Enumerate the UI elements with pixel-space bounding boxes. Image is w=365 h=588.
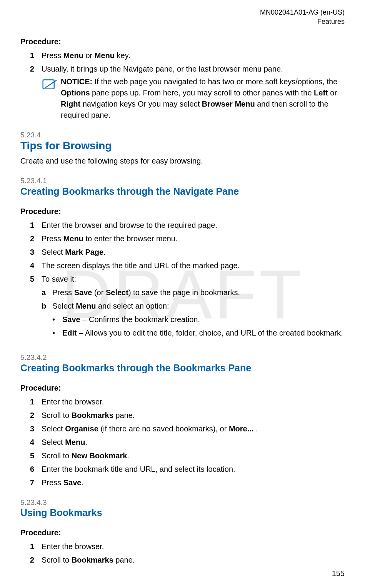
section-title: Creating Bookmarks through the Bookmarks…	[20, 362, 345, 374]
top-step-item: 1Press Menu or Menu key.	[30, 50, 345, 61]
step-body: Scroll to Bookmarks pane.	[42, 410, 345, 421]
step-body: Enter the browser.	[42, 396, 345, 408]
step-body: Press Menu to enter the browser menu.	[42, 233, 345, 244]
procedure-steps: 1Enter the browser.2Scroll to Bookmarks …	[30, 396, 345, 488]
step-body: Select Mark Page.	[42, 247, 345, 258]
notice-text: NOTICE: If the web page you navigated to…	[61, 76, 345, 121]
svg-line-1	[46, 80, 56, 87]
page-content: MN002041A01-AG (en-US) Features Procedur…	[20, 8, 345, 566]
substep-item: bSelect Menu and select an option:•Save …	[42, 301, 345, 341]
step-body: The screen displays the title and URL of…	[42, 260, 345, 271]
step-item: 5To save it:aPress Save (or Select) to s…	[30, 274, 345, 343]
step-body: Usually, it brings up the Navigate pane,…	[42, 63, 345, 121]
bullet-dot: •	[52, 314, 62, 325]
step-number: 2	[30, 410, 42, 421]
step-item: 3Select Mark Page.	[30, 247, 345, 258]
bullet-item: •Save – Confirms the bookmark creation.	[52, 314, 343, 325]
step-body: Enter the browser.	[42, 541, 345, 552]
procedure-label: Procedure:	[20, 528, 345, 537]
step-number: 2	[30, 555, 42, 566]
step-number: 2	[30, 233, 42, 244]
procedure-steps: 1Press Menu or Menu key.2Usually, it bri…	[30, 50, 345, 121]
substep-text: Select Menu and select an option:	[52, 301, 343, 312]
step-item: 6Enter the bookmark title and URL, and s…	[30, 464, 345, 475]
step-number: 2	[30, 63, 42, 75]
step-text: To save it:	[42, 274, 345, 285]
step-body: Select Menu.	[42, 437, 345, 448]
document-page: DRAFT MN002041A01-AG (en-US) Features Pr…	[0, 0, 365, 588]
step-text: Scroll to Bookmarks pane.	[42, 410, 345, 421]
section-title: Creating Bookmarks through the Navigate …	[20, 185, 345, 197]
doc-id: MN002041A01-AG (en-US)	[20, 8, 345, 17]
step-item: 2Scroll to Bookmarks pane.	[30, 555, 345, 566]
section-number: 5.23.4.1	[20, 177, 345, 185]
step-number: 5	[30, 450, 42, 461]
step-number: 1	[30, 50, 42, 61]
step-body: Enter the browser and browse to the requ…	[42, 220, 345, 231]
chapter-name: Features	[20, 17, 345, 26]
bullet-list: •Save – Confirms the bookmark creation.•…	[52, 314, 343, 339]
step-body: Select Organise (if there are no saved b…	[42, 423, 345, 434]
step-item: 1Enter the browser.	[30, 541, 345, 552]
step-number: 4	[30, 437, 42, 448]
bullet-item: •Edit – Allows you to edit the title, fo…	[52, 327, 343, 339]
step-number: 1	[30, 220, 42, 231]
step-item: 5Scroll to New Bookmark.	[30, 450, 345, 461]
top-step-item: 2Usually, it brings up the Navigate pane…	[30, 63, 345, 121]
procedure-label: Procedure:	[20, 384, 345, 393]
step-text: Select Menu.	[42, 437, 345, 448]
step-text: Select Organise (if there are no saved b…	[42, 423, 345, 434]
step-text: Scroll to New Bookmark.	[42, 450, 345, 461]
sections-container: 5.23.4Tips for BrowsingCreate and use th…	[20, 131, 345, 566]
step-text: Enter the browser.	[42, 396, 345, 408]
section-description: Create and use the following steps for e…	[20, 155, 345, 167]
step-number: 1	[30, 396, 42, 408]
svg-rect-0	[43, 80, 54, 89]
substep-list: aPress Save (or Select) to save the page…	[42, 287, 345, 341]
step-text: Press Menu or Menu key.	[42, 50, 345, 61]
step-number: 6	[30, 464, 42, 475]
step-body: Press Save.	[42, 477, 345, 488]
step-text: Scroll to Bookmarks pane.	[42, 555, 345, 566]
section-title: Tips for Browsing	[20, 139, 345, 152]
procedure-label: Procedure:	[20, 37, 345, 46]
substep-item: aPress Save (or Select) to save the page…	[42, 287, 345, 298]
bullet-text: Edit – Allows you to edit the title, fol…	[62, 327, 343, 339]
bullet-text: Save – Confirms the bookmark creation.	[62, 314, 200, 325]
step-item: 4Select Menu.	[30, 437, 345, 448]
step-body: To save it:aPress Save (or Select) to sa…	[42, 274, 345, 343]
step-number: 3	[30, 247, 42, 258]
step-body: Scroll to New Bookmark.	[42, 450, 345, 461]
section-number: 5.23.4.3	[20, 498, 345, 507]
step-body: Scroll to Bookmarks pane.	[42, 555, 345, 566]
section-title: Using Bookmarks	[20, 507, 345, 518]
step-item: 2Scroll to Bookmarks pane.	[30, 410, 345, 421]
step-body: Enter the bookmark title and URL, and se…	[42, 464, 345, 475]
step-item: 4The screen displays the title and URL o…	[30, 260, 345, 271]
step-text: Select Mark Page.	[42, 247, 345, 258]
page-number: 155	[332, 569, 345, 578]
header-meta: MN002041A01-AG (en-US) Features	[20, 8, 345, 27]
step-item: 2Press Menu to enter the browser menu.	[30, 233, 345, 244]
step-item: 7Press Save.	[30, 477, 345, 488]
step-number: 5	[30, 274, 42, 285]
substep-body: Press Save (or Select) to save the page …	[52, 287, 240, 298]
step-number: 7	[30, 477, 42, 488]
procedure-steps: 1Enter the browser.2Scroll to Bookmarks …	[30, 541, 345, 566]
notice-block: NOTICE: If the web page you navigated to…	[42, 76, 345, 121]
step-item: 1Enter the browser.	[30, 396, 345, 408]
step-text: Press Save.	[42, 477, 345, 488]
section-number: 5.23.4.2	[20, 353, 345, 362]
step-text: Press Menu to enter the browser menu.	[42, 233, 345, 244]
step-number: 1	[30, 541, 42, 552]
substep-letter: b	[42, 301, 52, 312]
step-text: Enter the browser.	[42, 541, 345, 552]
step-item: 3Select Organise (if there are no saved …	[30, 423, 345, 434]
bullet-dot: •	[52, 327, 62, 339]
section-number: 5.23.4	[20, 131, 345, 140]
step-item: 1Enter the browser and browse to the req…	[30, 220, 345, 231]
substep-text: Press Save (or Select) to save the page …	[52, 287, 240, 298]
step-text: Usually, it brings up the Navigate pane,…	[42, 63, 345, 75]
step-number: 3	[30, 423, 42, 434]
substep-body: Select Menu and select an option:•Save –…	[52, 301, 343, 341]
